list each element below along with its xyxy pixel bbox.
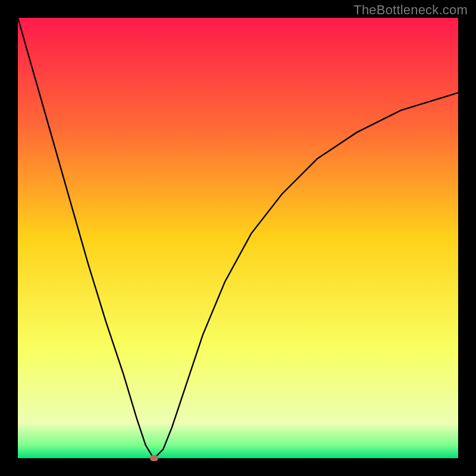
plot-frame [18,18,458,458]
svg-rect-0 [18,18,458,458]
background-gradient [18,18,458,458]
watermark-text: TheBottleneck.com [353,2,468,18]
min-marker [150,455,158,461]
plot-area [18,18,458,458]
